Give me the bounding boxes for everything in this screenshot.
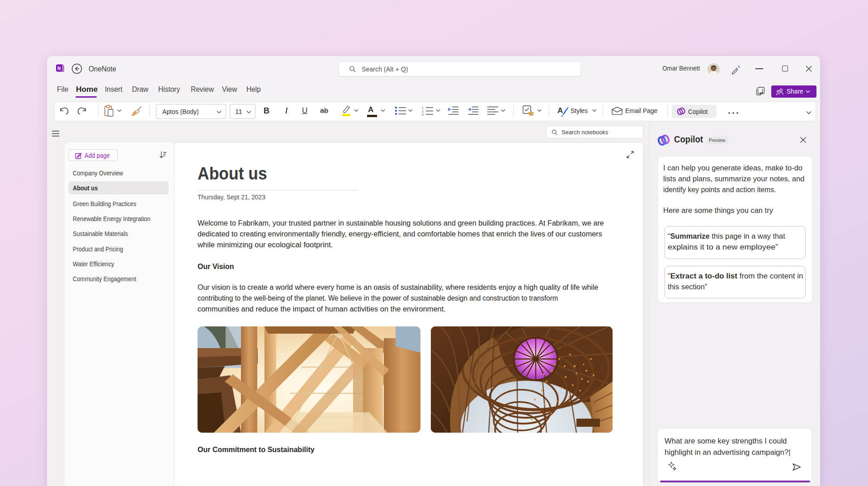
- svg-text:A: A: [557, 106, 563, 115]
- svg-text:N: N: [57, 66, 61, 71]
- svg-text:1: 1: [422, 106, 424, 109]
- svg-text:3: 3: [422, 113, 424, 116]
- svg-text:2: 2: [422, 110, 424, 113]
